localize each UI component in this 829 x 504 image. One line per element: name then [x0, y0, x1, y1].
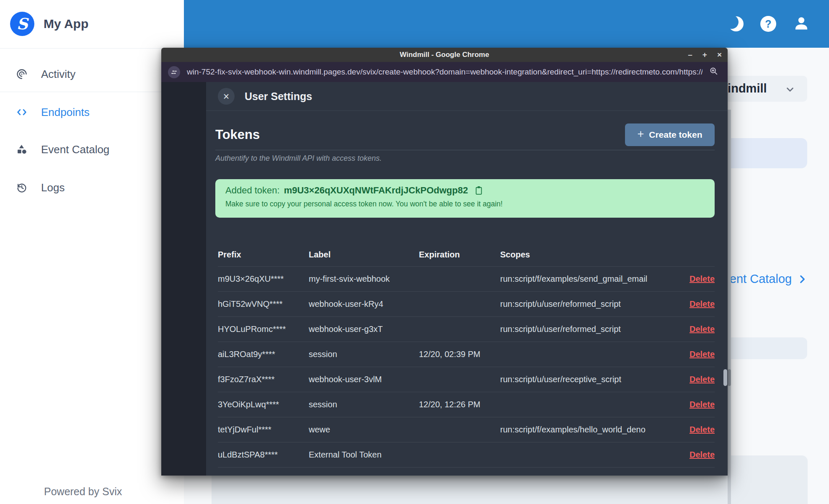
activity-icon — [16, 68, 28, 80]
token-prefix: aiL3ROat9y**** — [218, 350, 309, 359]
chrome-titlebar[interactable]: Windmill - Google Chrome – + × — [161, 48, 728, 62]
table-row: f3FzoZ7raX**** webhook-user-3vlM run:scr… — [218, 367, 715, 392]
token-prefix: f3FzoZ7raX**** — [218, 375, 309, 384]
minimize-button[interactable]: – — [688, 48, 692, 62]
sidebar-item-logs[interactable]: Logs — [0, 175, 184, 200]
token-scopes: run:script/u/user/reformed_script — [500, 299, 681, 309]
powered-by-svix: Powered by Svix — [44, 486, 122, 498]
tokens-table: Prefix Label Expiration Scopes m9U3×26qX… — [218, 243, 715, 476]
table-row: hGiT52wVNQ**** webhook-user-kRy4 run:scr… — [218, 291, 715, 316]
drawer-header: × User Settings — [206, 82, 728, 111]
token-prefix: m9U3×26qXU**** — [218, 274, 309, 284]
delete-token-button[interactable]: Delete — [690, 324, 715, 334]
col-header-scopes: Scopes — [500, 250, 681, 260]
chevron-right-icon — [797, 274, 808, 285]
table-row: tetYjDwFul**** wewe run:script/f/example… — [218, 417, 715, 442]
delete-token-button[interactable]: Delete — [690, 450, 715, 459]
table-row: m9U3×26qXU**** my-first-svix-webhook run… — [218, 266, 715, 291]
sidebar-item-activity[interactable]: Activity — [0, 62, 184, 87]
create-token-button[interactable]: + Create token — [625, 123, 715, 146]
address-bar[interactable]: win-752-fix-svix-webhook-win.windmill.pa… — [161, 62, 728, 82]
token-prefix: tetYjDwFul**** — [218, 425, 309, 435]
divider — [215, 150, 715, 150]
table-row: uLdBztSPA8**** External Tool Token Delet… — [218, 442, 715, 467]
token-label: webhook-user-kRy4 — [309, 299, 419, 309]
close-icon: × — [223, 90, 230, 103]
shapes-icon — [16, 144, 28, 155]
token-prefix: 3YeOiKpLwq**** — [218, 400, 309, 409]
close-drawer-button[interactable]: × — [218, 88, 235, 105]
code-icon — [16, 106, 28, 118]
table-row: aiL3ROat9y**** session 12/20, 02:39 PM D… — [218, 342, 715, 367]
delete-token-button[interactable]: Delete — [690, 475, 715, 476]
token-label: webhook-user-g3xT — [309, 324, 419, 334]
maximize-button[interactable]: + — [702, 48, 707, 62]
alert-label: Added token: — [225, 185, 280, 196]
delete-token-button[interactable]: Delete — [690, 299, 715, 309]
sidebar: S My App Activity Endpoints Event Catalo… — [0, 0, 184, 504]
col-header-expiration: Expiration — [419, 250, 500, 260]
token-prefix: HYOLuPRomc**** — [218, 324, 309, 334]
window-controls: – + × — [688, 48, 722, 62]
token-label: session — [309, 400, 419, 409]
delete-token-button[interactable]: Delete — [690, 400, 715, 409]
sidebar-item-label: Event Catalog — [41, 143, 109, 156]
brand: S My App — [0, 0, 184, 37]
user-settings-drawer: × User Settings Tokens Authentify to the… — [206, 82, 728, 476]
sidebar-item-event-catalog[interactable]: Event Catalog — [0, 137, 184, 162]
copy-token-icon[interactable] — [475, 185, 483, 195]
added-token-alert: Added token: m9U3×26qXUXqNWtFAKrdjJCkPOd… — [215, 179, 715, 218]
token-prefix: hGiT52wVNQ**** — [218, 299, 309, 309]
zoom-icon[interactable] — [709, 67, 718, 77]
token-label: session — [309, 350, 419, 359]
tokens-heading: Tokens — [215, 127, 260, 142]
tokens-subtitle: Authentify to the Windmill API with acce… — [215, 154, 382, 163]
help-glyph: ? — [765, 18, 771, 30]
token-scopes: run:script/f/examples/hello_world_deno — [500, 425, 681, 435]
drawer-scrollbar-thumb[interactable] — [723, 369, 727, 386]
delete-token-button[interactable]: Delete — [690, 274, 715, 283]
token-scopes: run:script/u/user/reformed_script — [500, 324, 681, 334]
alert-note: Make sure to copy your personal access t… — [225, 200, 705, 208]
delete-token-button[interactable]: Delete — [690, 375, 715, 384]
plus-icon: + — [638, 128, 644, 141]
token-expiration: 12/20, 12:26 PM — [419, 400, 500, 409]
table-row-partial: i9AiXYkJR9**** wh-token Delete — [218, 467, 715, 476]
delete-token-button[interactable]: Delete — [690, 425, 715, 434]
close-window-button[interactable]: × — [717, 48, 722, 62]
window-title: Windmill - Google Chrome — [400, 51, 489, 59]
svix-logo-icon: S — [10, 12, 34, 36]
token-expiration: 12/20, 02:39 PM — [419, 350, 500, 359]
sidebar-item-label: Activity — [41, 68, 75, 81]
col-header-label: Label — [309, 250, 419, 260]
history-icon — [16, 182, 28, 193]
token-scopes: run:script/f/examples/send_gmail_email — [500, 274, 681, 284]
sidebar-item-endpoints[interactable]: Endpoints — [0, 100, 184, 125]
create-token-label: Create token — [649, 130, 702, 140]
token-prefix: uLdBztSPA8**** — [218, 450, 309, 460]
token-label: External Tool Token — [309, 450, 419, 460]
screen: ? Windmill Event Catalog S My App Activi… — [0, 0, 829, 504]
page-scrollbar[interactable] — [728, 110, 731, 504]
app-title: My App — [44, 17, 88, 31]
col-header-prefix: Prefix — [218, 250, 309, 260]
token-scopes: run:script/u/user/receptive_script — [500, 375, 681, 384]
table-header-row: Prefix Label Expiration Scopes — [218, 243, 715, 266]
page-scrollbar-thumb[interactable] — [728, 369, 731, 386]
token-label: my-first-svix-webhook — [309, 274, 419, 284]
dark-mode-toggle-icon[interactable] — [728, 16, 744, 31]
app-header: ? — [184, 0, 829, 48]
sidebar-item-label: Logs — [41, 181, 65, 194]
help-icon[interactable]: ? — [760, 16, 776, 32]
delete-token-button[interactable]: Delete — [690, 350, 715, 359]
url-text[interactable]: win-752-fix-svix-webhook-win.windmill.pa… — [187, 67, 702, 77]
divider — [0, 92, 184, 92]
browser-viewport: × User Settings Tokens Authentify to the… — [161, 82, 728, 476]
sidebar-item-label: Endpoints — [41, 106, 90, 119]
user-icon[interactable] — [793, 15, 810, 33]
logo-glyph: S — [17, 15, 28, 33]
table-row: HYOLuPRomc**** webhook-user-g3xT run:scr… — [218, 316, 715, 342]
token-prefix: i9AiXYkJR9**** — [218, 475, 309, 476]
site-settings-icon[interactable] — [168, 66, 180, 78]
chevron-down-icon — [785, 84, 795, 95]
